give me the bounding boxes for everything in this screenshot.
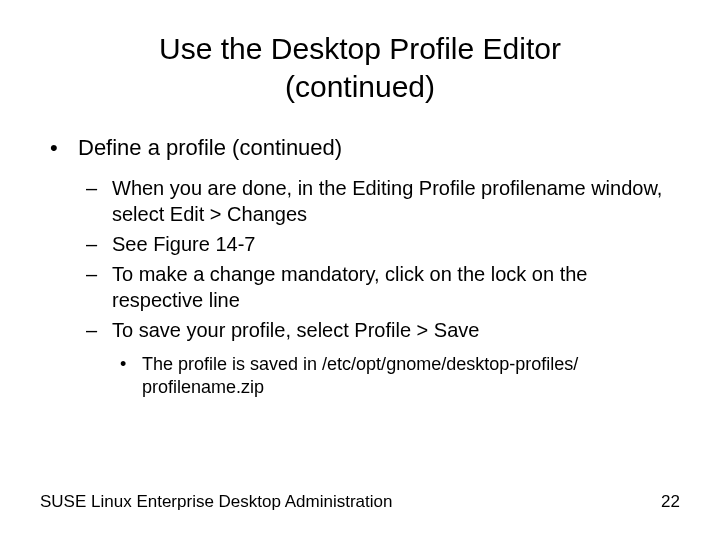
slide-title: Use the Desktop Profile Editor (continue… — [40, 30, 680, 105]
bullet-marker-l2: – — [86, 317, 112, 343]
bullet-l2-text: To save your profile, select Profile > S… — [112, 317, 680, 343]
footer-left: SUSE Linux Enterprise Desktop Administra… — [40, 492, 392, 512]
bullet-level-2: – See Figure 14-7 — [86, 231, 680, 257]
bullet-marker-l2: – — [86, 175, 112, 227]
bullet-marker-l2: – — [86, 231, 112, 257]
bullet-level-3: • The profile is saved in /etc/opt/gnome… — [120, 353, 680, 400]
bullet-level-3-group: • The profile is saved in /etc/opt/gnome… — [120, 353, 680, 400]
bullet-level-2: – When you are done, in the Editing Prof… — [86, 175, 680, 227]
bullet-l1-text: Define a profile (continued) — [78, 135, 342, 161]
bullet-marker-l2: – — [86, 261, 112, 313]
bullet-level-2: – To save your profile, select Profile >… — [86, 317, 680, 343]
bullet-level-1: • Define a profile (continued) — [50, 135, 680, 161]
bullet-marker-l3: • — [120, 353, 142, 400]
footer-page-number: 22 — [661, 492, 680, 512]
bullet-l2-text: When you are done, in the Editing Profil… — [112, 175, 680, 227]
bullet-l2-text: See Figure 14-7 — [112, 231, 680, 257]
title-line-1: Use the Desktop Profile Editor — [159, 32, 561, 65]
bullet-l3-text: The profile is saved in /etc/opt/gnome/d… — [142, 353, 680, 400]
bullet-level-2-group: – When you are done, in the Editing Prof… — [86, 175, 680, 343]
bullet-level-2: – To make a change mandatory, click on t… — [86, 261, 680, 313]
bullet-marker-l1: • — [50, 135, 78, 161]
bullet-l2-text: To make a change mandatory, click on the… — [112, 261, 680, 313]
slide-footer: SUSE Linux Enterprise Desktop Administra… — [40, 492, 680, 512]
title-line-2: (continued) — [285, 70, 435, 103]
